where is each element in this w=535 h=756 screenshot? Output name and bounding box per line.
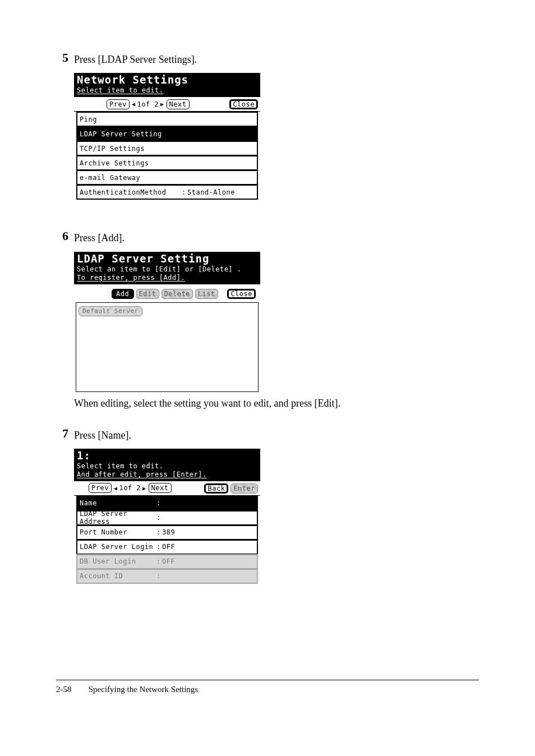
step-7: 7 Press [Name]. [56,427,479,442]
menu-item-ldap-server-setting[interactable]: LDAP Server Setting [76,126,258,141]
colon: : [156,557,161,565]
next-button[interactable]: Next [167,99,190,109]
lcd-toolbar: Prev ◀ 1of 2 ▶ Next Close [74,97,260,112]
document-page: 5 Press [LDAP Server Settings]. Network … [0,0,535,717]
colon: : [156,499,161,507]
step-text: Press [Add]. [74,230,479,245]
step-6-note: When editing, select the setting you wan… [74,398,479,409]
menu-item-tcpip-settings[interactable]: TCP/IP Settings [76,141,258,156]
label: Ping [80,116,155,123]
menu-list: Ping LDAP Server Setting TCP/IP Settings… [74,112,260,200]
value: Stand-Alone [187,188,255,196]
add-button[interactable]: Add [112,289,134,299]
list-area: Default Server [76,302,259,392]
screen-title: LDAP Server Setting [77,253,257,265]
field-db-user-login: DB User Login:OFF [76,554,258,569]
lcd-toolbar: Prev ◀ 1of 2 ▶ Next Back Enter [74,481,260,496]
edit-button[interactable]: Edit [136,289,159,299]
colon: : [156,514,161,522]
screenshot-ldap-server-setting: LDAP Server Setting Select an item to [E… [74,252,479,388]
screenshot-edit-item: 1: Select item to edit. And after edit, … [74,449,479,584]
value: 389 [162,528,255,536]
back-button[interactable]: Back [204,483,228,494]
triangle-right-icon: ▶ [160,101,164,107]
pager: ◀ 1of 2 ▶ [114,484,146,492]
page-footer: 2-58 Specifying the Network Settings [56,685,479,694]
value: OFF [162,557,255,565]
value: OFF [162,543,255,551]
default-server-item[interactable]: Default Server [79,306,142,316]
pager-text: 1of 2 [137,100,159,108]
screenshot-network-settings: Network Settings Select item to edit. Pr… [74,73,479,209]
screen-subtitle: Select item to edit. [77,86,257,94]
menu-item-ping[interactable]: Ping [76,112,258,127]
lcd-header: LDAP Server Setting Select an item to [E… [74,252,260,284]
close-button[interactable]: Close [227,289,256,299]
field-name[interactable]: Name: [76,496,258,511]
next-button[interactable]: Next [149,483,172,493]
label: TCP/IP Settings [80,145,255,153]
label: LDAP Server Setting [80,130,255,138]
chapter-title: Specifying the Network Settings [89,685,198,694]
step-5: 5 Press [LDAP Server Settings]. [56,52,479,66]
label: e-mail Gateway [80,174,255,182]
field-port-number[interactable]: Port Number:389 [76,525,258,540]
triangle-left-icon: ◀ [132,101,136,107]
step-number: 7 [56,427,74,440]
label: AuthenticationMethod [80,188,181,196]
step-text: Press [LDAP Server Settings]. [74,52,479,66]
label: DB User Login [80,557,155,565]
field-ldap-server-login[interactable]: LDAP Server Login:OFF [76,540,258,555]
screen-title: 1: [77,450,257,462]
pager-text: 1of 2 [119,484,141,492]
prev-button[interactable]: Prev [89,483,112,493]
label: LDAP Server Login [80,543,155,551]
colon: : [156,572,161,580]
triangle-left-icon: ◀ [114,485,118,491]
step-text: Press [Name]. [74,427,479,442]
screen-subtitle-1: Select item to edit. [77,462,257,470]
triangle-right-icon: ▶ [142,485,146,491]
lcd-header: Network Settings Select item to edit. [74,73,260,97]
footer-divider [56,680,479,680]
step-6: 6 Press [Add]. [56,230,479,245]
enter-button[interactable]: Enter [230,483,258,494]
step-number: 5 [56,52,74,64]
label: Account ID [80,572,155,580]
page-number: 2-58 [56,685,86,694]
pager: ◀ 1of 2 ▶ [132,100,164,108]
screen-title: Network Settings [77,75,257,86]
menu-item-authentication-method[interactable]: AuthenticationMethod : Stand-Alone [76,185,258,200]
step-number: 6 [56,230,74,242]
prev-button[interactable]: Prev [107,99,130,109]
menu-item-email-gateway[interactable]: e-mail Gateway [76,170,258,185]
field-account-id: Account ID: [76,569,258,584]
label: Archive Settings [80,159,255,167]
colon: : [156,543,161,551]
colon: : [182,188,186,196]
colon: : [156,528,161,536]
label: LDAP Server Address [80,510,155,525]
screen-subtitle-2: And after edit, press [Enter]. [77,471,257,478]
label: Name [80,499,155,507]
lcd-toolbar: Add Edit Delete List Close [74,284,260,301]
field-list: Name: LDAP Server Address: Port Number:3… [74,496,260,584]
delete-button[interactable]: Delete [162,289,193,299]
lcd-header: 1: Select item to edit. And after edit, … [74,449,260,481]
list-button[interactable]: List [195,289,218,299]
menu-item-archive-settings[interactable]: Archive Settings [76,155,258,170]
close-button[interactable]: Close [229,99,258,109]
screen-subtitle-2: To register, press [Add]. [77,274,257,282]
field-ldap-server-address[interactable]: LDAP Server Address: [76,510,258,525]
screen-subtitle-1: Select an item to [Edit] or [Delete] . [77,265,257,273]
label: Port Number [80,528,155,536]
